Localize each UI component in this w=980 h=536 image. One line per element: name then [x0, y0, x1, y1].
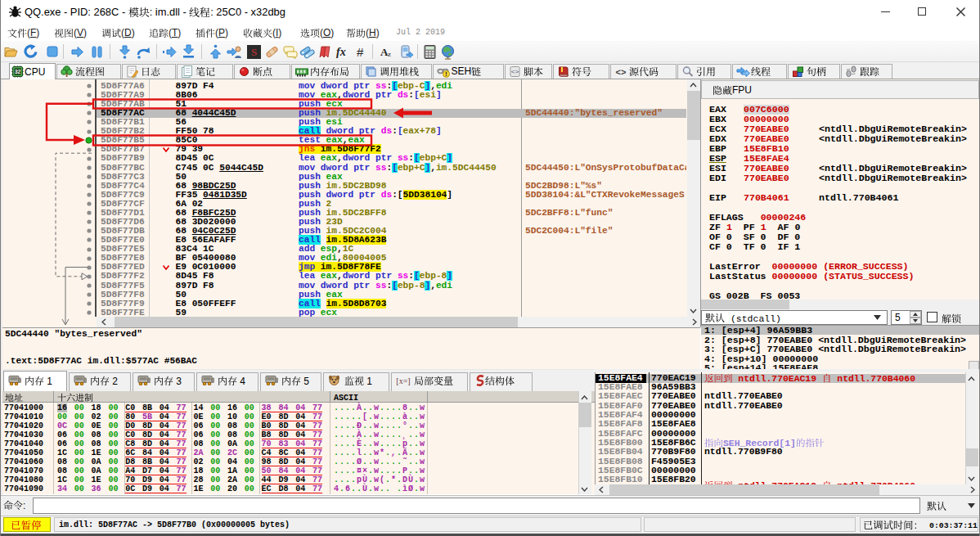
svg-text:#: # [357, 45, 364, 59]
svg-text:fx: fx [336, 46, 346, 58]
svg-text:<>: <> [511, 68, 519, 75]
svg-text:!: ! [445, 71, 447, 77]
svg-text:32: 32 [15, 69, 21, 74]
svg-text:[x=]: [x=] [396, 376, 410, 385]
svg-text:<>: <> [616, 66, 627, 76]
svg-text:z: z [388, 50, 391, 58]
svg-text:S: S [251, 46, 257, 58]
